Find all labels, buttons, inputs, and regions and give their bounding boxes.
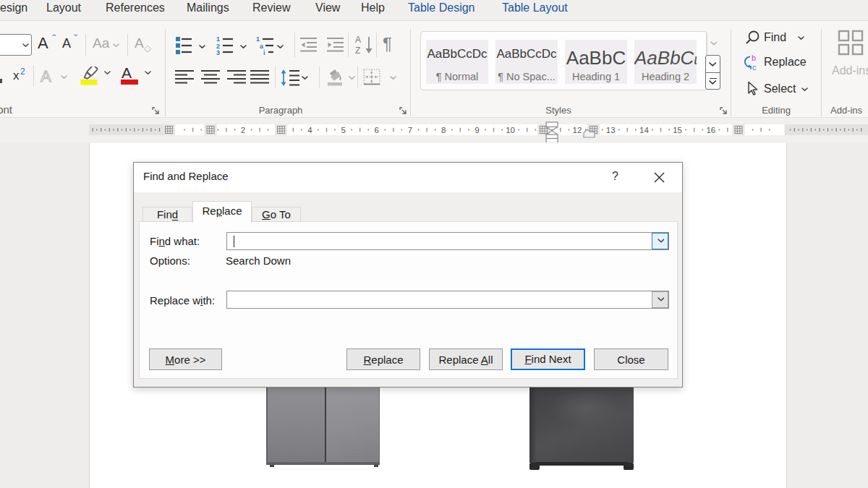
svg-text:9: 9 (475, 126, 479, 134)
svg-text:i: i (263, 49, 265, 55)
svg-text:10: 10 (506, 126, 515, 134)
svg-text:Z: Z (355, 46, 360, 55)
svg-text:2: 2 (241, 126, 245, 134)
svg-text:1: 1 (216, 35, 220, 43)
svg-text:7: 7 (408, 126, 412, 134)
svg-text:c: c (752, 63, 757, 72)
svg-text:b: b (752, 54, 756, 62)
svg-text:8: 8 (441, 126, 446, 134)
svg-text:6: 6 (375, 126, 379, 134)
svg-text:4: 4 (307, 126, 312, 134)
svg-text:1: 1 (256, 35, 260, 43)
svg-text:3: 3 (216, 49, 220, 55)
svg-text:13: 13 (606, 126, 616, 134)
svg-text:12: 12 (573, 126, 582, 134)
svg-text:5: 5 (341, 126, 345, 134)
svg-text:14: 14 (639, 126, 649, 134)
svg-text:16: 16 (706, 126, 715, 134)
svg-text:A: A (355, 35, 361, 45)
svg-text:15: 15 (673, 126, 682, 134)
